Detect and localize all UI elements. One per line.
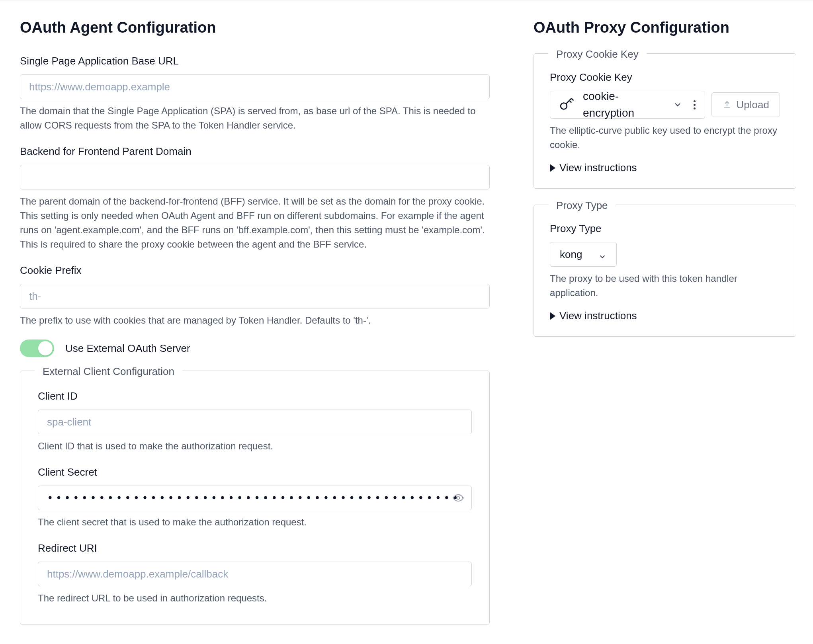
kebab-menu-icon[interactable] xyxy=(694,100,697,109)
proxy-cookie-key-label: Proxy Cookie Key xyxy=(550,70,780,85)
bff-domain-label: Backend for Frontend Parent Domain xyxy=(20,144,490,159)
proxy-section-title: OAuth Proxy Configuration xyxy=(534,16,796,39)
bff-domain-input[interactable] xyxy=(20,165,490,189)
cookie-key-view-instructions[interactable]: View instructions xyxy=(550,160,780,176)
upload-button-label: Upload xyxy=(737,99,769,111)
svg-point-1 xyxy=(561,103,567,109)
spa-url-input[interactable] xyxy=(20,74,490,99)
disclosure-triangle-icon xyxy=(550,164,555,172)
client-id-input[interactable] xyxy=(38,410,472,434)
redirect-uri-input[interactable] xyxy=(38,562,472,586)
proxy-cookie-key-fieldset: Proxy Cookie Key Proxy Cookie Key cookie… xyxy=(534,53,796,189)
redirect-uri-field: Redirect URI The redirect URL to be used… xyxy=(38,541,472,605)
disclosure-triangle-icon xyxy=(550,312,555,320)
cookie-prefix-input[interactable] xyxy=(20,284,490,308)
cookie-key-help: The elliptic-curve public key used to en… xyxy=(550,123,780,152)
key-icon xyxy=(558,96,575,113)
redirect-uri-help: The redirect URL to be used in authoriza… xyxy=(38,591,472,605)
use-external-oauth-toggle[interactable] xyxy=(20,340,54,357)
external-client-fieldset: External Client Configuration Client ID … xyxy=(20,371,490,625)
cookie-prefix-field: Cookie Prefix The prefix to use with coo… xyxy=(20,263,490,328)
chevron-down-icon xyxy=(598,250,607,259)
spa-url-field: Single Page Application Base URL The dom… xyxy=(20,53,490,133)
cookie-key-selected: cookie-encryption xyxy=(583,88,665,121)
proxy-type-selected: kong xyxy=(560,247,582,262)
bff-domain-field: Backend for Frontend Parent Domain The p… xyxy=(20,144,490,252)
spa-url-help: The domain that the Single Page Applicat… xyxy=(20,104,490,133)
chevron-down-icon xyxy=(673,100,682,109)
upload-button[interactable]: Upload xyxy=(711,92,780,117)
proxy-type-select[interactable]: kong xyxy=(550,242,617,267)
view-instructions-label: View instructions xyxy=(559,160,637,176)
client-secret-input[interactable] xyxy=(38,486,472,510)
proxy-cookie-key-legend: Proxy Cookie Key xyxy=(548,47,647,62)
use-external-oauth-label: Use External OAuth Server xyxy=(65,341,190,356)
bff-domain-help: The parent domain of the backend-for-fro… xyxy=(20,194,490,252)
client-id-label: Client ID xyxy=(38,388,472,404)
redirect-uri-label: Redirect URI xyxy=(38,541,472,556)
proxy-type-legend: Proxy Type xyxy=(548,198,616,213)
proxy-type-fieldset: Proxy Type Proxy Type kong The proxy to … xyxy=(534,205,796,337)
proxy-type-help: The proxy to be used with this token han… xyxy=(550,271,780,300)
proxy-type-view-instructions[interactable]: View instructions xyxy=(550,308,780,324)
svg-point-0 xyxy=(457,497,460,500)
eye-icon[interactable] xyxy=(453,492,464,503)
client-secret-help: The client secret that is used to make t… xyxy=(38,515,472,529)
external-client-legend: External Client Configuration xyxy=(35,364,182,379)
cookie-prefix-label: Cookie Prefix xyxy=(20,263,490,278)
cookie-key-select[interactable]: cookie-encryption xyxy=(550,91,705,119)
spa-url-label: Single Page Application Base URL xyxy=(20,53,490,69)
client-secret-field: Client Secret The client secret that is … xyxy=(38,464,472,529)
client-id-field: Client ID Client ID that is used to make… xyxy=(38,388,472,453)
view-instructions-label: View instructions xyxy=(559,308,637,324)
cookie-prefix-help: The prefix to use with cookies that are … xyxy=(20,313,490,328)
proxy-type-label: Proxy Type xyxy=(550,221,780,236)
client-secret-label: Client Secret xyxy=(38,464,472,480)
agent-section-title: OAuth Agent Configuration xyxy=(20,16,490,39)
toggle-knob xyxy=(38,341,53,355)
client-id-help: Client ID that is used to make the autho… xyxy=(38,439,472,453)
